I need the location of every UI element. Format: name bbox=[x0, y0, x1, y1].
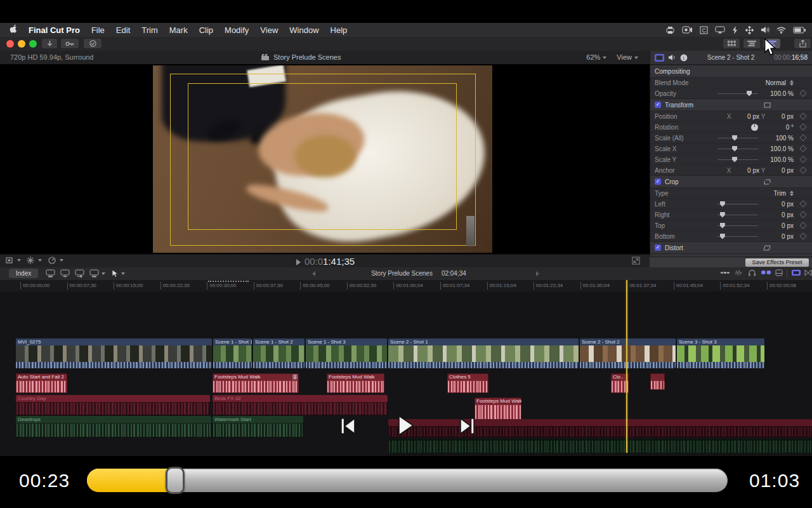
scale-x-value[interactable]: 100.0 % bbox=[758, 145, 794, 152]
printer-icon[interactable] bbox=[665, 26, 675, 34]
slider-thumb[interactable] bbox=[732, 146, 737, 152]
transitions-browser-button[interactable] bbox=[804, 269, 812, 276]
slider-thumb[interactable] bbox=[720, 201, 725, 207]
rotation-value[interactable]: 0 ° bbox=[758, 124, 794, 131]
player-scrubber[interactable] bbox=[87, 469, 728, 492]
section-distort[interactable]: ✓ Distort bbox=[650, 241, 812, 253]
slider-thumb[interactable] bbox=[732, 135, 737, 141]
airplay-icon[interactable] bbox=[715, 26, 725, 34]
slider-thumb[interactable] bbox=[720, 234, 725, 239]
apple-menu[interactable] bbox=[9, 24, 17, 36]
menu-app-name[interactable]: Final Cut Pro bbox=[29, 25, 80, 35]
crop-bottom-slider[interactable] bbox=[717, 236, 758, 237]
viewer-view-menu[interactable]: View bbox=[617, 53, 638, 61]
crop-overlay-handle[interactable] bbox=[466, 216, 475, 246]
download-button[interactable] bbox=[42, 39, 57, 48]
save-effects-preset-button[interactable]: Save Effects Preset bbox=[745, 258, 809, 267]
battery-icon[interactable] bbox=[793, 27, 806, 34]
keyframe-icon[interactable] bbox=[799, 156, 806, 163]
browser-view-button[interactable] bbox=[723, 39, 740, 48]
keyframe-icon[interactable] bbox=[799, 166, 806, 173]
next-project-arrow[interactable] bbox=[536, 271, 539, 276]
rotation-dial[interactable] bbox=[751, 124, 758, 131]
anchor-y-field[interactable]: 0 px bbox=[767, 167, 794, 174]
minimize-window-button[interactable] bbox=[18, 40, 25, 48]
menu-modify[interactable]: Modify bbox=[225, 25, 249, 35]
keyframe-icon[interactable] bbox=[799, 112, 806, 119]
stepper-icon[interactable] bbox=[789, 80, 794, 86]
keyframe-icon[interactable] bbox=[799, 123, 806, 130]
connect-clip-button[interactable] bbox=[46, 269, 55, 277]
scale-y-value[interactable]: 100.0 % bbox=[758, 156, 794, 163]
keyframe-icon[interactable] bbox=[799, 134, 806, 141]
keyframe-icon[interactable] bbox=[799, 90, 806, 97]
scale-all-value[interactable]: 100 % bbox=[758, 135, 794, 142]
capture-app-icon[interactable]: C bbox=[700, 26, 708, 34]
snapping-button[interactable] bbox=[761, 269, 771, 276]
menu-window[interactable]: Window bbox=[289, 25, 318, 35]
screen-record-icon[interactable] bbox=[682, 26, 693, 34]
position-x-field[interactable]: 0 px bbox=[733, 113, 759, 120]
section-compositing[interactable]: Compositing bbox=[650, 65, 812, 77]
anchor-x-field[interactable]: 0 px bbox=[733, 167, 759, 174]
move-icon[interactable] bbox=[745, 26, 754, 34]
overwrite-clip-button[interactable] bbox=[89, 269, 105, 277]
task-check-button[interactable] bbox=[84, 39, 102, 48]
audio-inspector-icon[interactable] bbox=[668, 54, 676, 61]
audio-skimming-button[interactable] bbox=[735, 269, 743, 276]
crop-right-slider[interactable] bbox=[717, 215, 758, 215]
insert-clip-button[interactable] bbox=[60, 269, 70, 277]
distort-onscreen-icon[interactable] bbox=[763, 245, 771, 251]
zoom-window-button[interactable] bbox=[29, 40, 37, 48]
share-button[interactable] bbox=[794, 39, 811, 48]
keyframe-icon[interactable] bbox=[799, 145, 806, 152]
crop-onscreen-icon[interactable] bbox=[764, 179, 771, 185]
menu-view[interactable]: View bbox=[260, 25, 278, 35]
section-crop[interactable]: ✓ Crop bbox=[650, 175, 812, 187]
slider-thumb[interactable] bbox=[732, 157, 737, 163]
video-inspector-icon[interactable] bbox=[655, 54, 664, 62]
timeline-project-title[interactable]: Story Prelude Scenes bbox=[371, 270, 433, 277]
previous-project-arrow[interactable] bbox=[312, 271, 315, 276]
expand-viewer-button[interactable] bbox=[632, 257, 640, 265]
crop-top-value[interactable]: 0 px bbox=[758, 222, 794, 229]
keyframe-icon[interactable] bbox=[799, 211, 806, 218]
menu-trim[interactable]: Trim bbox=[141, 25, 158, 35]
solo-button[interactable] bbox=[748, 269, 756, 276]
playhead[interactable] bbox=[626, 280, 627, 453]
play-button[interactable] bbox=[398, 415, 414, 436]
skimming-button[interactable] bbox=[721, 269, 730, 276]
crop-checkbox[interactable]: ✓ bbox=[655, 178, 661, 185]
menu-edit[interactable]: Edit bbox=[116, 25, 130, 35]
info-inspector-icon[interactable]: i bbox=[680, 54, 688, 62]
timeline-ruler[interactable]: 00:00:00;0000:00:07;3000:00:15;0000:00:2… bbox=[0, 280, 812, 292]
append-clip-button[interactable] bbox=[75, 269, 84, 277]
crop-tool-menu[interactable] bbox=[5, 257, 21, 264]
clip-appearance-button[interactable] bbox=[775, 269, 783, 276]
crop-left-value[interactable]: 0 px bbox=[758, 201, 794, 208]
scale-x-slider[interactable] bbox=[717, 149, 758, 149]
crop-bottom-value[interactable]: 0 px bbox=[758, 233, 794, 240]
key-button[interactable] bbox=[61, 39, 79, 48]
skip-back-button[interactable] bbox=[340, 417, 356, 435]
opacity-slider[interactable] bbox=[717, 93, 758, 94]
effects-tool-menu[interactable] bbox=[27, 257, 42, 264]
blend-mode-select[interactable]: Normal bbox=[750, 79, 786, 86]
menu-file[interactable]: File bbox=[91, 25, 105, 35]
menu-clip[interactable]: Clip bbox=[199, 25, 213, 35]
crop-left-slider[interactable] bbox=[717, 204, 758, 204]
viewer-video-frame[interactable] bbox=[153, 65, 492, 253]
skip-forward-button[interactable] bbox=[459, 417, 475, 435]
transform-onscreen-icon[interactable] bbox=[764, 102, 771, 108]
crop-type-select[interactable]: Trim bbox=[750, 190, 786, 197]
crop-top-slider[interactable] bbox=[717, 225, 758, 226]
menu-help[interactable]: Help bbox=[331, 25, 348, 35]
menu-mark[interactable]: Mark bbox=[169, 25, 188, 35]
opacity-value[interactable]: 100.0 % bbox=[758, 90, 794, 97]
stepper-icon[interactable] bbox=[789, 190, 794, 196]
keyframe-icon[interactable] bbox=[799, 222, 806, 229]
transform-checkbox[interactable]: ✓ bbox=[655, 102, 661, 108]
slider-thumb[interactable] bbox=[720, 223, 725, 229]
player-scrubber-handle[interactable] bbox=[166, 467, 185, 494]
keyframe-icon[interactable] bbox=[799, 232, 806, 239]
